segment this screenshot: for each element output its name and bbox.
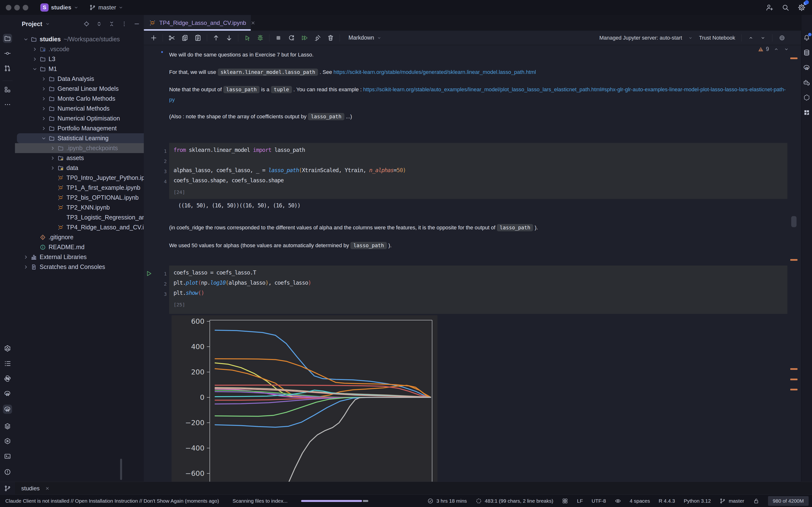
r-packages-tool-icon[interactable]: R [803,64,810,71]
expand-all-button[interactable] [96,21,102,27]
chevron-right-icon[interactable] [41,125,47,131]
add-user-button[interactable] [766,4,773,11]
chevron-right-icon[interactable] [23,264,29,270]
tree-item-numerical-optimisation[interactable]: Numerical Optimisation [15,113,144,123]
status-git-branch-widget[interactable]: master [719,498,744,504]
git-tool-tab[interactable]: studies [21,485,50,492]
settings-button[interactable] [798,3,806,12]
status-python-interpreter[interactable]: Python 3.12 [684,498,711,504]
branch-widget[interactable]: master [89,4,123,11]
cell-type-dropdown[interactable]: Markdown [349,35,382,41]
cut-cell-button[interactable] [168,34,176,42]
run-all-cells-button[interactable] [300,34,309,42]
structure-tool-icon[interactable] [3,85,12,94]
tree-item-statistical-learning[interactable]: Statistical Learning [17,133,144,143]
database-tool-icon[interactable] [803,49,810,56]
chevron-right-icon[interactable] [41,116,47,121]
chevron-right-icon[interactable] [50,165,56,171]
move-cell-down-button[interactable] [225,34,233,42]
tab-notebook[interactable]: TP4_Ridge_Lasso_and_CV.ipynb [144,15,251,31]
chevron-right-icon[interactable] [41,76,47,82]
status-file-encoding[interactable]: UTF-8 [592,498,606,504]
prev-problem-button[interactable] [773,46,779,52]
chevron-right-icon[interactable] [23,254,29,260]
run-anything-tool-icon[interactable] [3,437,12,446]
tree-item-data-analysis[interactable]: Data Analysis [15,74,144,84]
commit-tool-icon[interactable] [3,49,12,58]
plugins-tool-icon[interactable] [803,109,810,116]
hide-panel-button[interactable] [134,21,140,27]
restart-kernel-button[interactable] [287,34,296,42]
tree-item-tp2-bis-optional-ipynb[interactable]: TP2_bis_OPTIONAL.ipynb [15,193,144,203]
tree-item-tp4-ridge-lasso-and-cv-ipynb[interactable]: TP4_Ridge_Lasso_and_CV.ipynb [15,222,144,232]
status-caret-position[interactable]: 483:1 (99 chars, 2 line breaks) [475,498,553,504]
editor-scrollbar-thumb[interactable] [791,216,797,227]
tree-item-data[interactable]: data [15,163,144,173]
delete-cell-button[interactable] [326,34,335,42]
todo-tool-icon[interactable] [3,359,12,368]
status-file-lock[interactable] [753,498,759,504]
code-cell-1[interactable]: from sklearn.linear_model import lasso_p… [169,143,788,199]
tree-item-tp3-logistic-regression-and-more-ipynb[interactable]: TP3_Logistic_Regression_and_more.ipynb [15,213,144,222]
next-problem-button[interactable] [783,46,789,52]
tree-item-studies[interactable]: studies~/Workspace/studies [15,34,144,44]
status-memory-indicator[interactable]: 980 of 4200M [768,496,809,506]
tree-item-gitignore[interactable]: .gitignore [15,232,144,242]
status-session-time[interactable]: 3 hrs 18 mins [427,498,467,504]
locate-file-button[interactable] [83,21,90,27]
search-everywhere-button[interactable] [781,4,789,11]
tree-item-portfolio-management[interactable]: Portfolio Management [15,123,144,133]
services-tool-icon[interactable] [3,421,12,431]
close-icon[interactable] [250,20,256,25]
tree-item-m1[interactable]: M1 [15,64,144,74]
status-reader-mode[interactable] [615,498,621,504]
project-panel-title[interactable]: Project [22,20,42,27]
chevron-down-icon[interactable] [23,37,29,42]
tree-item-tp2-knn-ipynb[interactable]: TP2_KNN.ipynb [15,203,144,213]
tree-item-numerical-methods[interactable]: Numerical Methods [15,104,144,113]
chevron-right-icon[interactable] [41,96,47,102]
project-scrollbar-thumb[interactable] [120,459,122,480]
git-branch-icon[interactable] [4,485,11,492]
tree-item-tp0-intro-jupyter-python-ipynb[interactable]: TP0_Intro_Jupyter_Python.ipynb [15,173,144,183]
pull-requests-tool-icon[interactable] [3,64,12,73]
chevron-right-icon[interactable] [32,46,38,52]
trust-notebook-button[interactable]: Trust Notebook [699,35,735,41]
next-cell-button[interactable] [760,35,766,41]
collapse-all-button[interactable] [108,21,115,27]
chevron-down-icon[interactable] [41,135,47,141]
copy-cell-button[interactable] [181,34,189,42]
more-tool-windows-icon[interactable] [3,100,12,109]
inspections-widget[interactable]: 9 [758,46,789,52]
status-indent-style[interactable]: 4 spaces [630,498,650,504]
chevron-right-icon[interactable] [32,56,38,62]
window-controls[interactable] [6,5,28,10]
code-cell-2[interactable]: coefs_lasso = coefs_lasso.Tplt.plot(np.l… [169,266,788,314]
chevron-right-icon[interactable] [50,155,56,161]
add-cell-button[interactable] [150,34,158,42]
hyperlink[interactable]: https://scikit-learn.org/stable/modules/… [334,69,536,75]
tree-item-readme-md[interactable]: README.md [15,242,144,252]
notifications-icon[interactable] [803,34,810,41]
tree-item-assets[interactable]: assets [15,153,144,163]
terminal-tool-icon[interactable] [3,452,12,461]
problems-tool-icon[interactable] [3,467,12,476]
panel-options-button[interactable] [121,21,128,27]
interrupt-kernel-button[interactable] [274,34,283,42]
jupyter-server-selector[interactable]: Managed Jupyter server: auto-start [599,35,682,41]
tree-item-monte-carlo-methods[interactable]: Monte Carlo Methods [15,94,144,104]
status-message[interactable]: Claude Client is not installed // Open I… [5,498,219,504]
tree-item-external-libraries[interactable]: External Libraries [15,252,144,262]
clear-outputs-button[interactable] [313,34,322,42]
status-kernel-status[interactable] [562,498,568,504]
globe-icon[interactable] [779,35,785,41]
status-r-interpreter[interactable]: R 4.4.3 [659,498,675,504]
tree-item-vscode[interactable]: .vscode [15,44,144,54]
tree-item-scratches-and-consoles[interactable]: Scratches and Consoles [15,262,144,272]
graphql-tool-icon[interactable] [3,344,12,353]
tree-item-l3[interactable]: L3 [15,54,144,64]
prev-cell-button[interactable] [748,35,754,41]
paste-cell-button[interactable] [194,34,202,42]
chevron-down-icon[interactable] [32,66,38,72]
tree-item-ipynb-checkpoints[interactable]: .ipynb_checkpoints [15,143,144,153]
